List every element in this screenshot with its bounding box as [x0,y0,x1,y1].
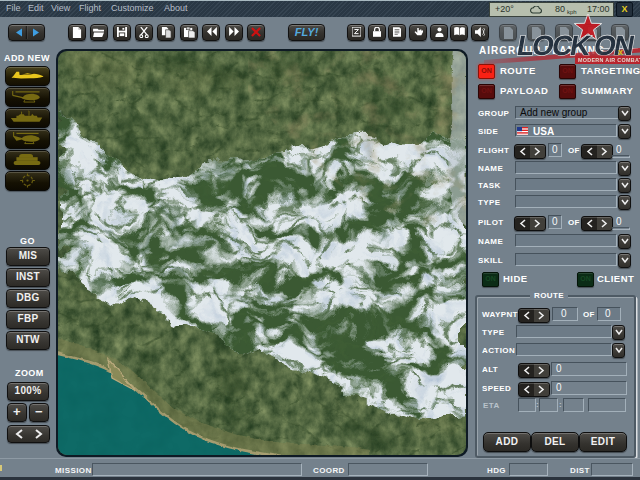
svg-text:MODERN AIR COMBAT: MODERN AIR COMBAT [578,57,640,63]
